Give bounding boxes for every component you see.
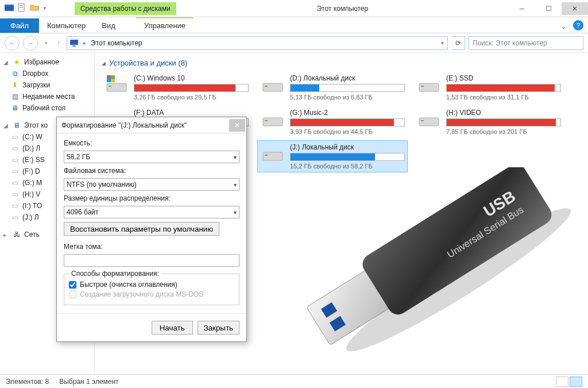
sidebar-favorites[interactable]: ◢ ★ Избранное: [0, 56, 94, 68]
svg-rect-15: [265, 86, 268, 87]
tree-collapse-icon[interactable]: ◢: [3, 122, 9, 129]
drive-usage-bar: [446, 84, 561, 92]
volume-label-input[interactable]: [64, 254, 239, 267]
file-tab[interactable]: Файл: [0, 18, 39, 33]
up-button[interactable]: ↑: [54, 36, 63, 51]
svg-rect-3: [20, 5, 23, 6]
filesystem-select[interactable]: NTFS (по умолчанию)▾: [64, 178, 239, 191]
filesystem-label: Файловая система:: [64, 167, 239, 175]
svg-text:USB: USB: [480, 187, 519, 221]
view-details-button[interactable]: [556, 377, 568, 387]
qat-new-folder-icon[interactable]: [30, 3, 39, 14]
section-header-devices[interactable]: ◢ Устройства и диски (8): [102, 57, 581, 72]
chevron-down-icon: ▾: [234, 209, 237, 216]
ribbon-collapse-icon[interactable]: ⌄: [556, 20, 571, 33]
titlebar: ▼ Средства работы с дисками Этот компьют…: [0, 0, 588, 17]
drive-icon: [416, 109, 442, 129]
manage-tab[interactable]: Управление: [136, 17, 194, 33]
drive-tile[interactable]: (C:) Windows 10 3,26 ГБ свободно из 29,5…: [102, 72, 251, 103]
svg-rect-27: [307, 268, 394, 345]
maximize-button[interactable]: ☐: [535, 2, 562, 15]
ribbon-tabs: Файл Компьютер Вид Управление ⌄ ?: [0, 17, 588, 33]
forward-button[interactable]: →: [23, 36, 38, 51]
drive-free-text: 15,2 ГБ свободно из 58,2 ГБ: [290, 163, 405, 170]
svg-rect-28: [321, 302, 337, 318]
drive-tile[interactable]: (J:) Локальный диск 15,2 ГБ свободно из …: [258, 141, 407, 172]
qat-properties-icon[interactable]: [17, 3, 26, 14]
allocation-select[interactable]: 4096 байт▾: [64, 206, 239, 218]
drive-icon: [260, 143, 285, 164]
drive-icon: ▭: [10, 190, 20, 199]
start-button[interactable]: Начать: [152, 321, 193, 335]
drive-free-text: 7,85 ГБ свободно из 201 ГБ: [446, 128, 561, 135]
drive-icon: [104, 74, 129, 95]
chevron-down-icon: ▾: [234, 182, 237, 188]
navigation-row: ← → ▾ ↑ ▸ Этот компьютер ▾ ⟳ Поиск: Этот…: [0, 33, 588, 53]
svg-rect-29: [330, 316, 346, 331]
allocation-label: Размер единицы распределения:: [64, 194, 239, 202]
drive-tile[interactable]: (G:) Music-2 3,93 ГБ свободно из 44,5 ГБ: [258, 106, 407, 137]
drive-tile[interactable]: (E:) SSD 1,53 ГБ свободно из 31,1 ГБ: [414, 72, 563, 103]
drive-name: (G:) Music-2: [290, 109, 405, 117]
sidebar-item-recent[interactable]: ▤Недавние места: [0, 91, 94, 102]
svg-point-26: [338, 195, 577, 357]
help-icon[interactable]: ?: [573, 20, 583, 30]
quick-format-checkbox[interactable]: Быстрое (очистка оглавления): [69, 281, 234, 289]
sidebar-item-dropbox[interactable]: ⧉Dropbox: [0, 68, 94, 79]
format-options-legend: Способы форматирования:: [69, 270, 161, 278]
back-button[interactable]: ←: [5, 36, 20, 51]
search-placeholder: Поиск: Этот компьютер: [473, 39, 547, 47]
section-collapse-icon[interactable]: ◢: [102, 60, 106, 66]
tree-expand-icon[interactable]: ▸: [3, 232, 9, 238]
drive-usage-bar: [290, 118, 405, 126]
quick-access-toolbar: ▼: [0, 3, 52, 14]
dialog-close-button[interactable]: ✕: [229, 119, 245, 132]
sidebar-item-downloads[interactable]: ⬇Загрузки: [0, 79, 94, 91]
svg-rect-24: [263, 152, 283, 160]
drive-name: (J:) Локальный диск: [290, 143, 405, 151]
pc-icon: 🖥: [12, 121, 21, 130]
drive-tile[interactable]: (D:) Локальный диск 5,13 ГБ свободно из …: [258, 72, 407, 103]
capacity-select[interactable]: 58,2 ГБ▾: [64, 151, 239, 163]
drive-free-text: 1,53 ГБ свободно из 31,1 ГБ: [446, 94, 561, 101]
refresh-button[interactable]: ⟳: [451, 36, 465, 50]
tree-collapse-icon[interactable]: ◢: [3, 59, 9, 66]
view-tab[interactable]: Вид: [94, 18, 123, 33]
dialog-titlebar[interactable]: Форматирование "(J:) Локальный диск" ✕: [57, 117, 246, 133]
minimize-button[interactable]: ─: [509, 2, 535, 15]
address-bar[interactable]: ▸ Этот компьютер ▾: [67, 36, 448, 50]
drive-icon: ▭: [10, 213, 20, 222]
recent-icon: ▤: [10, 92, 20, 101]
drive-tile[interactable]: (H:) VIDEO 7,85 ГБ свободно из 201 ГБ: [414, 106, 563, 137]
svg-rect-16: [419, 83, 439, 91]
close-dialog-button[interactable]: Закрыть: [198, 321, 239, 335]
svg-rect-5: [70, 40, 78, 45]
status-selected-count: Выбран 1 элемент: [59, 378, 118, 386]
close-button[interactable]: ✕: [562, 2, 588, 15]
view-tiles-button[interactable]: [570, 377, 582, 387]
sidebar-item-desktop[interactable]: 🖥Рабочий стол: [0, 102, 94, 114]
drive-icon: [260, 109, 285, 129]
volume-label: Метка тома:: [64, 243, 239, 251]
breadcrumb[interactable]: Этот компьютер: [91, 39, 142, 47]
sidebar-item-label: Dropbox: [22, 70, 48, 78]
svg-rect-17: [421, 86, 424, 87]
downloads-icon: ⬇: [10, 80, 20, 90]
drive-name: (E:) SSD: [446, 74, 561, 82]
chevron-right-icon[interactable]: ▸: [82, 40, 87, 46]
search-input[interactable]: Поиск: Этот компьютер: [469, 36, 583, 50]
qat-dropdown-icon[interactable]: ▼: [42, 6, 47, 11]
restore-defaults-button[interactable]: Восстановить параметры по умолчанию: [64, 222, 219, 236]
recent-locations-icon[interactable]: ▾: [41, 36, 51, 51]
drive-usage-bar: [134, 84, 249, 92]
desktop-icon: 🖥: [10, 103, 20, 113]
svg-text:Universal Serial Bus: Universal Serial Bus: [445, 204, 525, 260]
computer-tab[interactable]: Компьютер: [39, 18, 94, 33]
status-bar: Элементов: 8 Выбран 1 элемент: [0, 374, 588, 388]
address-dropdown-icon[interactable]: ▾: [440, 40, 445, 46]
sidebar-item-label: (I:) TO: [22, 202, 42, 210]
drive-name: (H:) VIDEO: [446, 109, 561, 117]
sidebar-label: Этот ко: [24, 121, 48, 129]
section-header-label: Устройства и диски (8): [109, 59, 187, 67]
sidebar-item-label: (C:) W: [22, 133, 42, 141]
